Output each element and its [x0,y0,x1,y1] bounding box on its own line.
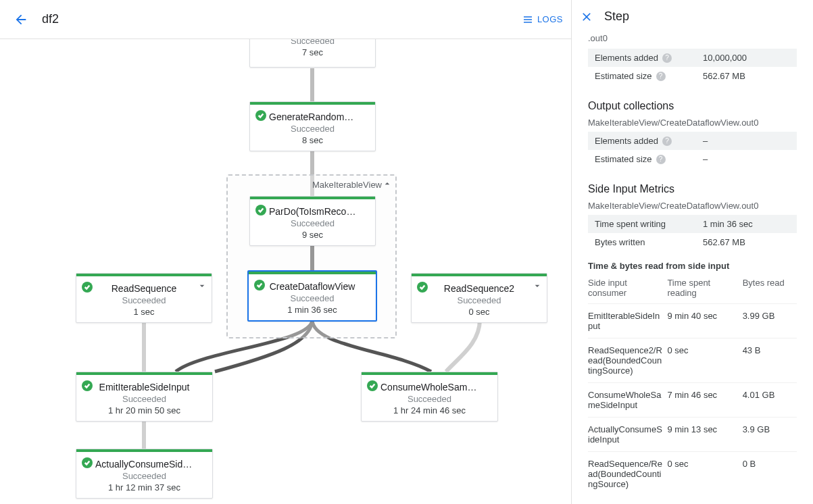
metric-label: Estimated size [595,71,652,81]
truncated-label: .out0 [588,33,797,43]
help-icon[interactable]: ? [662,53,672,63]
details-panel: Step .out0 Elements added? 10,000,000 Es… [571,0,813,504]
composite-label: MakeIterableView [312,180,382,190]
node-status: Succeeded [84,471,204,481]
col-bytes: Bytes read [743,275,797,304]
row-bytes: 3.9 GB [743,418,797,452]
node-status: Succeeded [84,394,204,404]
metric-value: – [703,154,797,164]
graph-node[interactable]: ReadSequence2 Succeeded 0 sec [411,273,547,323]
check-icon [254,280,265,291]
table-row: ReadSequence/Read(BoundedCountingSource)… [588,452,797,497]
node-name: GenerateRandomSIData [269,111,356,122]
check-icon [367,380,378,391]
back-arrow-icon[interactable] [8,7,34,32]
metric-value: 562.67 MB [703,71,797,81]
metric-value: – [703,136,797,146]
graph-canvas[interactable]: Succeeded 7 sec GenerateRandomSIData Suc… [0,39,571,504]
node-name: ParDo(ToIsmRecordFor… [269,206,356,217]
node-name: CreateDataflowView [268,281,357,292]
node-status: Succeeded [370,394,489,404]
node-time: 9 sec [258,230,367,240]
check-icon [417,282,428,293]
node-name: ReadSequence2 [430,283,528,294]
table-row: ConsumeWholeSameSideInput7 min 46 sec4.0… [588,383,797,418]
side-input-table: Side input consumer Time spent reading B… [588,275,797,496]
node-time: 0 sec [420,307,539,317]
help-icon[interactable]: ? [656,155,666,164]
graph-node[interactable]: ReadSequence Succeeded 1 sec [76,273,212,323]
row-time: 0 sec [667,338,742,383]
row-time: 7 min 46 sec [667,383,742,418]
help-icon[interactable]: ? [662,136,672,146]
col-time: Time spent reading [667,275,742,304]
metric-label: Estimated size [595,154,652,164]
check-icon [82,380,93,391]
row-consumer: ReadSequence/Read(BoundedCountingSource) [588,452,667,497]
metric-value: 562.67 MB [703,237,797,247]
chevron-down-icon[interactable] [197,280,207,293]
graph-node[interactable]: ActuallyConsumeSideI… Succeeded 1 hr 12 … [76,449,213,499]
row-bytes: 3.99 GB [743,304,797,338]
node-time: 1 hr 20 min 50 sec [84,405,204,415]
topbar: df2 LOGS [0,0,571,39]
row-consumer: ConsumeWholeSameSideInput [588,383,667,418]
node-time: 7 sec [258,47,367,57]
table-row: EmitIterableSideInput9 min 40 sec3.99 GB [588,304,797,338]
help-icon[interactable]: ? [656,72,666,81]
node-name: ReadSequence [95,283,193,294]
node-name: ConsumeWholeSameSi… [380,382,478,393]
table-row: ActuallyConsumeSideInput9 min 13 sec3.9 … [588,418,797,452]
page-title: df2 [42,12,59,26]
graph-node[interactable]: Succeeded 7 sec [249,39,376,68]
metric-label: Elements added [595,53,658,63]
node-name: EmitIterableSideInput [95,382,193,393]
node-time: 1 min 36 sec [257,305,368,315]
panel-title: Step [604,9,629,24]
col-consumer: Side input consumer [588,275,667,304]
node-time: 8 sec [258,135,367,145]
row-consumer: EmitIterableSideInput [588,304,667,338]
node-status: Succeeded [257,293,368,303]
check-icon [255,110,266,121]
close-icon[interactable] [580,10,593,24]
metric-value: 10,000,000 [703,53,797,63]
row-time: 9 min 40 sec [667,304,742,338]
row-bytes: 4.01 GB [743,383,797,418]
row-consumer: ActuallyConsumeSideInput [588,418,667,452]
node-time: 1 hr 24 min 46 sec [370,405,489,415]
table-row: ReadSequence2/Read(BoundedCountingSource… [588,338,797,383]
graph-node-selected[interactable]: CreateDataflowView Succeeded 1 min 36 se… [247,270,377,322]
row-consumer: ReadSequence2/Read(BoundedCountingSource… [588,338,667,383]
chevron-up-icon[interactable] [382,178,393,191]
node-time: 1 hr 12 min 37 sec [84,482,204,493]
row-time: 9 min 13 sec [667,418,742,452]
table-heading: Time & bytes read from side input [588,261,797,271]
metric-label: Elements added [595,136,658,146]
section-heading: Output collections [588,100,797,112]
graph-node[interactable]: ConsumeWholeSameSi… Succeeded 1 hr 24 mi… [361,372,498,422]
graph-node[interactable]: GenerateRandomSIData Succeeded 8 sec [249,101,376,151]
section-heading: Side Input Metrics [588,183,797,195]
graph-node[interactable]: EmitIterableSideInput Succeeded 1 hr 20 … [76,372,213,422]
check-icon [82,282,93,293]
logs-label: LOGS [537,14,563,24]
node-status: Succeeded [84,295,203,305]
metric-label: Time spent writing [595,219,666,229]
graph-node[interactable]: ParDo(ToIsmRecordFor… Succeeded 9 sec [249,196,376,246]
logs-icon [522,14,533,25]
node-status: Succeeded [258,124,367,134]
row-time: 0 sec [667,452,742,497]
node-name: ActuallyConsumeSideI… [95,459,193,470]
node-status: Succeeded [258,39,367,46]
logs-button[interactable]: LOGS [522,14,563,25]
metric-label: Bytes written [595,237,645,247]
check-icon [255,205,266,216]
collection-name: MakeIterableView/CreateDataflowView.out0 [588,201,797,211]
row-bytes: 43 B [743,338,797,383]
node-time: 1 sec [84,307,203,317]
node-status: Succeeded [258,218,367,228]
check-icon [82,457,93,468]
metric-value: 1 min 36 sec [703,219,797,229]
chevron-down-icon[interactable] [532,280,543,293]
